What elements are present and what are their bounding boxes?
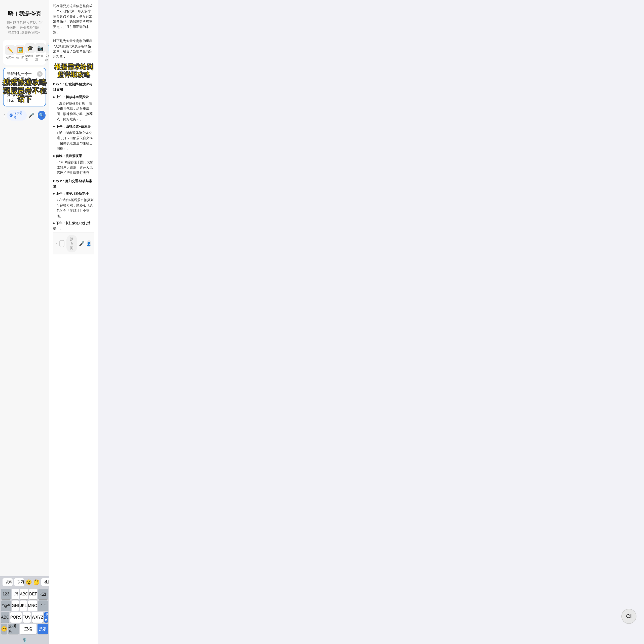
suggestion-2[interactable]: 😮 — [26, 578, 32, 586]
ai-writing-icon: ✏️ — [5, 45, 15, 55]
right-panel: 现在需要把这些信息整合成一个7天的计划，每天安排主要景点和美食，然后列出准备物品… — [49, 0, 98, 644]
key-wxyz[interactable]: WXYZ — [32, 612, 43, 623]
tool-academic[interactable]: 🎓 学术搜索 — [25, 43, 35, 62]
key-123[interactable]: 123 — [1, 589, 11, 599]
bottom-back-icon[interactable]: ‹ — [56, 241, 57, 246]
bottom-ask-input[interactable]: 接着问 — [66, 235, 77, 252]
check-icon: ✓ — [10, 113, 13, 117]
file-icon: 📄 — [45, 43, 49, 53]
day-1-header: Day 1：山城初探·解放碑与洪崖洞 — [53, 82, 94, 93]
greeting-title: 嗨！我是夸克 — [5, 10, 44, 18]
day2-item-0-sub-0: 在站台6楼观景台拍摄列车穿楼奇观，顺路逛《从你的全世界路过》小黄楼。 — [57, 198, 94, 219]
tool-ai-writing[interactable]: ✏️ AI写作 — [5, 45, 15, 60]
overlay-text-right: 根据需求给到 超详细攻略 — [53, 63, 94, 79]
deep-row: ‹ ✓ 深度思考 🎤 🔍 — [0, 108, 49, 122]
key-space[interactable]: 空格 — [20, 624, 37, 634]
keyboard-row-3: ABC PQRS TUV WXYZ 搜索 — [1, 612, 48, 623]
day2-item-1-main: 下午：长江索道+龙门浩·街 ↓ — [53, 220, 94, 232]
bottom-square-icon[interactable] — [59, 240, 64, 247]
deep-thinking-tag[interactable]: ✓ 深度思考 — [7, 110, 27, 121]
key-pqrs[interactable]: PQRS — [10, 612, 22, 623]
key-search-keyboard[interactable]: 搜索 — [44, 612, 48, 623]
academic-icon: 🎓 — [25, 43, 35, 53]
day1-item-1-sub-0: 沿山城步道体验立体交通，打卡白象居天台火锅（俯瞰长江索道与来福士同框）。 — [57, 130, 94, 152]
key-search-bottom[interactable]: 搜索 — [37, 624, 48, 634]
tool-photo[interactable]: 📷 拍照搜题 — [35, 43, 45, 62]
key-tuv[interactable]: TUV — [23, 612, 31, 623]
day-1-content: Day 1：山城初探·解放碑与洪崖洞 上午：解放碑商圈探索 漫步解放碑步行街，感… — [53, 82, 94, 176]
right-intro: 现在需要把这些信息整合成一个7天的计划，每天安排主要景点和美食，然后列出准备物品… — [53, 4, 94, 35]
suggestion-3[interactable]: 🤔 — [33, 578, 40, 586]
keyboard-row-2: #@¥ GHI JKL MNO ⌃⌃ — [1, 600, 48, 611]
voice-icon[interactable]: 🎤 — [29, 112, 34, 118]
greeting-section: 嗨！我是夸克 我可以帮你搜索答疑、写作画图、分析各种问题， 把你的问题告诉我吧～ — [0, 0, 49, 40]
key-ghi[interactable]: GHI — [12, 600, 19, 611]
key-symbols[interactable]: #@¥ — [1, 600, 11, 611]
search-box[interactable]: 帮我计划一个一周 7天的重庆旅游计划，我们就两个人，也帮我列出我需要准备什么 ✕ — [3, 68, 46, 106]
photo-icon: 📷 — [35, 43, 45, 53]
key-emoji[interactable]: 😊 — [1, 624, 7, 634]
clear-button[interactable]: ✕ — [37, 71, 43, 77]
key-backspace[interactable]: ⌫ — [38, 589, 48, 599]
keyboard-row-1: 123 ,.?! ABC DEF ⌫ — [1, 589, 48, 599]
bottom-voice-icon[interactable]: 🎤 — [79, 241, 85, 246]
suggestion-1[interactable]: 东西 — [14, 578, 24, 586]
suggestion-0[interactable]: 资料 — [3, 578, 13, 586]
key-jkl[interactable]: JKL — [20, 600, 27, 611]
mic-icon[interactable]: 🎙️ — [22, 638, 27, 642]
key-caps[interactable]: ⌃⌃ — [38, 600, 48, 611]
search-submit-button[interactable]: 🔍 — [38, 111, 46, 120]
keyboard: 123 ,.?! ABC DEF ⌫ #@¥ GHI JKL MNO ⌃⌃ AB… — [0, 588, 49, 636]
keyboard-suggestions: 资料 东西 😮 🤔 礼物 材料 的 ∨ — [0, 576, 49, 588]
custom-plan-label: 以下是为你量身定制的重庆7天深度游计划及必备物品清单，融合了当地体验与实用攻略： — [53, 39, 94, 59]
day1-item-0-sub-0: 漫步解放碑步行街，感受市井气息，品尝重庆小面、酸辣粉等小吃（推荐八一路好吃街）。 — [57, 101, 94, 122]
key-pinyin[interactable]: 选拼音 — [8, 624, 19, 634]
search-text: 帮我计划一个一周 7天的重庆旅游计划，我们就两个人，也帮我列出我需要准备什么 — [7, 71, 42, 103]
tool-ai-image[interactable]: 🖼️ AI生图 — [15, 45, 25, 60]
day1-item-1-main: 下午：山城步道+白象居 — [53, 124, 94, 129]
key-abc2[interactable]: ABC — [1, 612, 9, 623]
day-2-content: Day 2：魔幻交通·轻轨与索道 上午：李子坝轻轨穿楼 在站台6楼观景台拍摄列车… — [53, 178, 94, 232]
tools-row: ✏️ AI写作 🖼️ AI生图 🎓 学术搜索 📷 拍照搜题 📄 文件总结 🌐 — [3, 40, 46, 65]
day1-item-2-sub-0: 19:30后前往千厮门大桥或对岸大剧院，避开人流高峰拍摄洪崖洞灯光秀。 — [57, 160, 94, 176]
ai-image-icon: 🖼️ — [15, 45, 25, 55]
keyboard-row-4: 😊 选拼音 空格 搜索 — [1, 624, 48, 634]
key-def[interactable]: DEF — [29, 589, 37, 599]
day1-item-0-main: 上午：解放碑商圈探索 — [53, 94, 94, 100]
day1-item-2-main: 傍晚：洪崖洞夜景 — [53, 153, 94, 159]
key-punct[interactable]: ,.?! — [12, 589, 19, 599]
left-panel: 嗨！我是夸克 我可以帮你搜索答疑、写作画图、分析各种问题， 把你的问题告诉我吧～… — [0, 0, 49, 644]
greeting-subtitle: 我可以帮你搜索答疑、写作画图、分析各种问题， 把你的问题告诉我吧～ — [5, 20, 44, 35]
bottom-avatar[interactable]: 👤 — [87, 240, 91, 247]
tool-file[interactable]: 📄 文件总结 — [45, 43, 49, 62]
day-2-header: Day 2：魔幻交通·轻轨与索道 — [53, 178, 94, 190]
key-mno[interactable]: MNO — [28, 600, 37, 611]
suggestion-4[interactable]: 礼物 — [41, 578, 49, 586]
key-abc[interactable]: ABC — [20, 589, 28, 599]
back-arrow-icon[interactable]: ‹ — [4, 112, 5, 118]
bottom-mic: 🎙️ — [0, 636, 49, 644]
bottom-bar-right: ‹ 接着问 🎤 👤 — [53, 233, 94, 254]
day2-item-0-main: 上午：李子坝轻轨穿楼 — [53, 191, 94, 197]
